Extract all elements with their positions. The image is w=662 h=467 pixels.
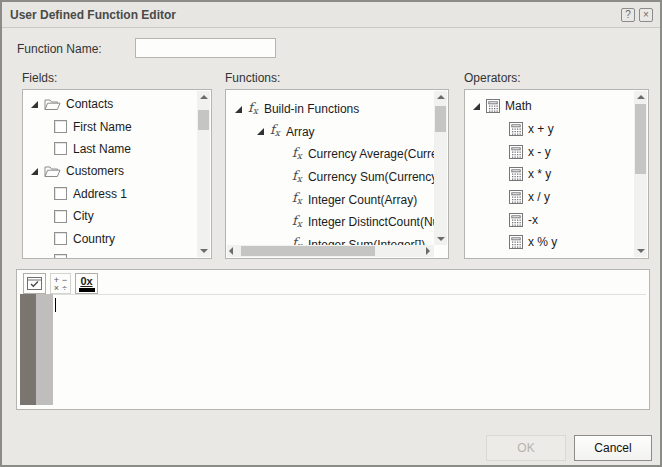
scroll-down-arrow-icon[interactable] xyxy=(634,245,647,257)
tree-item-contacts[interactable]: Contacts xyxy=(23,93,198,115)
field-checkbox-icon[interactable] xyxy=(54,210,67,223)
calculator-icon xyxy=(509,122,523,136)
operators-label: Operators: xyxy=(464,71,521,85)
functions-label: Functions: xyxy=(225,71,280,85)
tree-item-label: x * y xyxy=(528,167,551,181)
hex-constant-icon: 0x xyxy=(79,276,95,292)
field-checkbox-icon[interactable] xyxy=(54,254,67,258)
function-name-label: Function Name: xyxy=(17,42,102,56)
scrollbar-thumb[interactable] xyxy=(198,110,209,130)
cancel-button[interactable]: Cancel xyxy=(574,435,652,461)
help-button[interactable]: ? xyxy=(621,8,635,22)
tree-expanded-arrow-icon[interactable] xyxy=(257,128,264,135)
calculator-icon xyxy=(486,99,500,113)
tree-item-customers[interactable]: Customers xyxy=(23,160,198,182)
text-caret xyxy=(55,298,56,312)
fx-function-icon: fx xyxy=(292,214,302,231)
insert-constant-button[interactable]: 0x xyxy=(75,273,98,294)
editor-body xyxy=(20,294,646,405)
function-name-input[interactable] xyxy=(135,38,276,58)
tree-item-country[interactable]: Country xyxy=(23,227,198,249)
tree-item-x-y[interactable]: x / y xyxy=(465,186,635,209)
tree-item-integer-distinctcount-nu[interactable]: fxInteger DistinctCount(Nu xyxy=(226,211,435,234)
tree-item-label: x % y xyxy=(528,235,557,249)
scrollbar-thumb[interactable] xyxy=(435,106,446,132)
operators-listbox: Mathx + yx - yx * yx / y-xx % y xyxy=(464,89,649,259)
validate-expression-button[interactable] xyxy=(23,273,46,294)
tree-item-x[interactable]: -x xyxy=(465,208,635,231)
fields-listbox: ContactsFirst NameLast NameCustomersAddr… xyxy=(22,89,212,259)
tree-item-label: x + y xyxy=(528,122,554,136)
user-defined-function-editor-dialog: User Defined Function Editor ? × Functio… xyxy=(0,0,662,467)
fx-function-icon: fx xyxy=(270,123,280,140)
fields-tree: ContactsFirst NameLast NameCustomersAddr… xyxy=(23,90,198,258)
scrollbar-thumb[interactable] xyxy=(635,104,646,174)
scroll-right-arrow-icon[interactable] xyxy=(423,245,434,257)
tree-item-label: Integer DistinctCount(Nu xyxy=(308,215,435,229)
scroll-up-arrow-icon[interactable] xyxy=(434,91,447,103)
close-button[interactable]: × xyxy=(639,8,653,22)
tree-item-last-name[interactable]: Last Name xyxy=(23,138,198,160)
tree-item-label: Address 1 xyxy=(73,187,127,201)
tree-item-label: Array xyxy=(286,125,315,139)
tree-item-label: City xyxy=(73,209,94,223)
fields-vertical-scrollbar[interactable] xyxy=(197,91,210,257)
tree-item-label: Math xyxy=(505,99,532,113)
scroll-up-arrow-icon[interactable] xyxy=(634,91,647,103)
field-checkbox-icon[interactable] xyxy=(54,120,67,133)
insert-operator-button[interactable]: +−×÷ xyxy=(50,273,71,294)
tree-item-label: Currency Average(Curren xyxy=(308,147,435,161)
field-checkbox-icon[interactable] xyxy=(54,142,67,155)
tree-expanded-arrow-icon[interactable] xyxy=(235,106,242,113)
editor-gutter-light xyxy=(36,294,53,405)
tree-item-x-y[interactable]: x - y xyxy=(465,140,635,163)
tree-item-x-y[interactable]: x + y xyxy=(465,118,635,141)
calculator-icon xyxy=(509,167,523,181)
validate-icon xyxy=(27,277,42,290)
tree-expanded-arrow-icon[interactable] xyxy=(473,103,480,110)
scrollbar-thumb[interactable] xyxy=(241,246,375,256)
scroll-down-arrow-icon[interactable] xyxy=(434,233,447,245)
field-checkbox-icon[interactable] xyxy=(54,187,67,200)
titlebar: User Defined Function Editor ? × xyxy=(2,2,660,28)
fx-function-icon: fx xyxy=(248,101,258,118)
calculator-icon xyxy=(509,235,523,249)
fx-function-icon: fx xyxy=(292,169,302,186)
expression-text-area[interactable] xyxy=(53,294,646,405)
tree-item-array[interactable]: fxArray xyxy=(226,121,435,144)
tree-item-integer-count-array[interactable]: fxInteger Count(Array) xyxy=(226,188,435,211)
functions-listbox: fxBuild-in FunctionsfxArrayfxCurrency Av… xyxy=(225,89,449,259)
tree-item-label: Integer Count(Array) xyxy=(308,193,417,207)
tree-item-city[interactable]: City xyxy=(23,205,198,227)
tree-item-math[interactable]: Math xyxy=(465,95,635,118)
operators-vertical-scrollbar[interactable] xyxy=(634,91,647,257)
tree-item-first-name[interactable]: First Name xyxy=(23,115,198,137)
ok-button[interactable]: OK xyxy=(486,435,566,461)
tree-item-label: Last Name xyxy=(73,142,131,156)
tree-item-build-in-functions[interactable]: fxBuild-in Functions xyxy=(226,98,435,121)
tree-item-x-y[interactable]: x * y xyxy=(465,163,635,186)
tree-item-partial[interactable] xyxy=(23,250,198,258)
tree-item-label: Customers xyxy=(66,164,124,178)
dialog-title: User Defined Function Editor xyxy=(10,8,176,22)
editor-gutter-dark xyxy=(20,294,36,405)
functions-horizontal-scrollbar[interactable] xyxy=(227,245,434,257)
tree-expanded-arrow-icon[interactable] xyxy=(31,101,38,108)
operators-tree: Mathx + yx - yx * yx / y-xx % y xyxy=(465,90,635,258)
scroll-down-arrow-icon[interactable] xyxy=(197,245,210,257)
tree-item-label: Country xyxy=(73,232,115,246)
editor-toolbar: +−×÷ 0x xyxy=(23,273,98,295)
fields-label: Fields: xyxy=(22,71,57,85)
scroll-left-arrow-icon[interactable] xyxy=(227,245,238,257)
field-checkbox-icon[interactable] xyxy=(54,232,67,245)
tree-item-currency-average-curren[interactable]: fxCurrency Average(Curren xyxy=(226,143,435,166)
tree-expanded-arrow-icon[interactable] xyxy=(31,168,38,175)
tree-item-address-1[interactable]: Address 1 xyxy=(23,183,198,205)
tree-item-currency-sum-currency[interactable]: fxCurrency Sum(Currency[ xyxy=(226,166,435,189)
tree-item-x-y[interactable]: x % y xyxy=(465,231,635,254)
calculator-icon xyxy=(509,213,523,227)
tree-item-label: x / y xyxy=(528,190,550,204)
tree-item-label: Currency Sum(Currency[ xyxy=(308,170,435,184)
functions-vertical-scrollbar[interactable] xyxy=(434,91,447,245)
scroll-up-arrow-icon[interactable] xyxy=(197,91,210,103)
